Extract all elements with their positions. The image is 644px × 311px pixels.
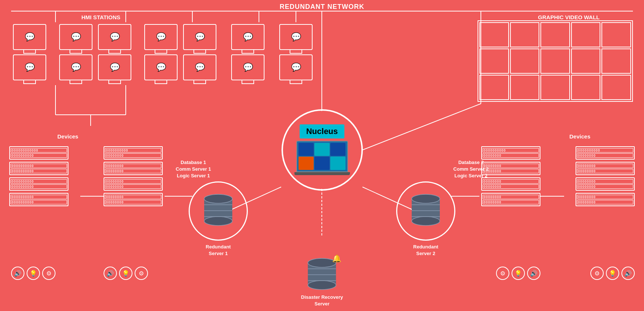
gear-icon-l1: ⚙ <box>42 267 55 280</box>
hmi-group-3: 💬 💬 <box>98 24 131 80</box>
wall-cell-5 <box>601 22 631 47</box>
wall-cell-15 <box>601 75 631 100</box>
svg-point-31 <box>412 217 440 225</box>
rack-r2 <box>481 162 540 175</box>
redundant-server2-circle <box>396 181 455 241</box>
speaker-icon-r2: 🔊 <box>621 267 635 280</box>
monitor-8: 💬 <box>144 54 178 80</box>
svg-point-30 <box>412 194 440 203</box>
gear-icon-r1: ⚙ <box>496 267 509 280</box>
main-container: REDUNDANT NETWORK HMI STATIONS GRAPHIC V… <box>0 0 644 311</box>
svg-point-24 <box>204 217 232 225</box>
rack-unit <box>11 195 67 199</box>
svg-point-38 <box>308 281 336 290</box>
wall-cell-12 <box>510 75 540 100</box>
redundant-server2-label: RedundantServer 2 <box>413 244 438 257</box>
wall-cell-4 <box>571 22 601 47</box>
rack-r8 <box>576 193 635 206</box>
hmi-label: HMI STATIONS <box>81 14 120 20</box>
rack-unit <box>105 200 161 204</box>
rack-l6 <box>104 162 163 175</box>
database-1 <box>203 194 233 228</box>
monitor-3: 💬 <box>59 24 92 50</box>
wall-cell-13 <box>540 75 570 100</box>
wall-cell-6 <box>479 49 509 74</box>
monitor-7: 💬 <box>144 24 178 50</box>
monitor-4: 💬 <box>59 54 92 80</box>
left-icons-2: 🔊 💡 ⚙ <box>104 267 148 280</box>
monitor-14: 💬 <box>279 54 313 80</box>
devices-right-label: Devices <box>569 133 590 140</box>
monitor-1: 💬 <box>13 24 46 50</box>
redundant-server1-circle <box>189 181 248 241</box>
bulb-icon-r2: 💡 <box>606 267 619 280</box>
hmi-group-6: 💬 💬 <box>231 24 264 80</box>
right-rack-group-2 <box>576 146 635 206</box>
wall-cell-3 <box>540 22 570 47</box>
monitor-6: 💬 <box>98 54 131 80</box>
wall-cell-14 <box>571 75 601 100</box>
rack-r7 <box>576 177 635 191</box>
monitor-2: 💬 <box>13 54 46 80</box>
rack-r1 <box>481 146 540 160</box>
rack-unit <box>105 153 161 158</box>
bulb-icon-r1: 💡 <box>512 267 525 280</box>
right-icons-1: ⚙ 💡 🔊 <box>496 267 540 280</box>
rack-l5 <box>104 146 163 160</box>
gear-icon-l2: ⚙ <box>135 267 148 280</box>
right-icons-2: ⚙ 💡 🔊 <box>590 267 635 280</box>
bulb-icon-l2: 💡 <box>119 267 132 280</box>
rack-l8 <box>104 193 163 206</box>
dr-server-db: 🔔 <box>307 258 337 292</box>
right-rack-group-1 <box>481 146 540 206</box>
monitor-12: 💬 <box>231 54 264 80</box>
nucleus-badge: Nucleus <box>300 124 345 138</box>
wall-cell-1 <box>479 22 509 47</box>
rack-r5 <box>576 146 635 160</box>
left-icons-1: 🔊 💡 ⚙ <box>11 267 55 280</box>
hmi-group-5: 💬 💬 <box>183 24 216 80</box>
rack-unit <box>105 195 161 199</box>
disaster-recovery-area: 🔔 Disaster RecoveryServer <box>301 258 343 307</box>
db2-area: RedundantServer 2 <box>396 181 455 257</box>
db1-area: RedundantServer 1 <box>189 181 248 257</box>
wall-cell-7 <box>510 49 540 74</box>
speaker-icon-l2: 🔊 <box>104 267 117 280</box>
rack-unit <box>105 184 161 189</box>
wall-cell-10 <box>601 49 631 74</box>
hmi-group-1: 💬 💬 <box>13 24 46 80</box>
left-rack-group-2 <box>104 146 163 206</box>
rack-unit <box>11 164 67 168</box>
monitor-5: 💬 <box>98 24 131 50</box>
graphic-video-wall <box>478 20 633 102</box>
monitor-9: 💬 <box>183 24 216 50</box>
laptop-screen <box>296 141 348 172</box>
rack-r3 <box>481 177 540 191</box>
laptop <box>296 141 348 176</box>
rack-l2 <box>9 162 68 175</box>
svg-line-9 <box>363 104 481 150</box>
rack-unit <box>11 169 67 173</box>
left-rack-group-1 <box>9 146 68 206</box>
devices-left-label: Devices <box>57 133 78 140</box>
gvw-label: GRAPHIC VIDEO WALL <box>538 14 600 20</box>
alert-icon: 🔔 <box>332 254 341 263</box>
wall-cell-9 <box>571 49 601 74</box>
rack-r6 <box>576 162 635 175</box>
rack-unit <box>105 164 161 168</box>
rack-r4 <box>481 193 540 206</box>
rack-l4 <box>9 193 68 206</box>
server1-label: Database 1 Comm Server 1 Logic Server 1 <box>176 159 211 180</box>
rack-l1 <box>9 146 68 160</box>
rack-l7 <box>104 177 163 191</box>
rack-unit <box>11 153 67 158</box>
monitor-10: 💬 <box>183 54 216 80</box>
laptop-base <box>294 172 350 175</box>
page-title: REDUNDANT NETWORK <box>0 0 644 11</box>
rack-l3 <box>9 177 68 191</box>
bulb-icon-l1: 💡 <box>27 267 40 280</box>
rack-unit <box>11 200 67 204</box>
rack-unit <box>11 148 67 153</box>
svg-point-23 <box>204 194 232 203</box>
hmi-group-4: 💬 💬 <box>144 24 178 80</box>
